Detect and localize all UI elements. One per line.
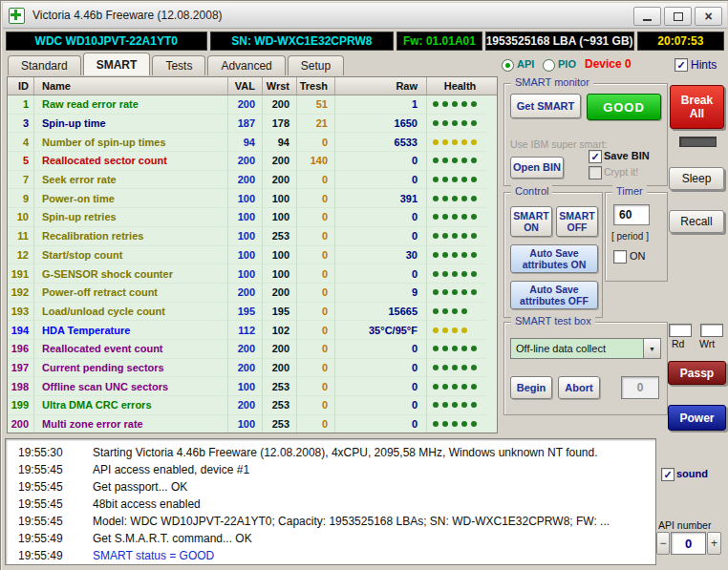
- health-dot-icon: [452, 346, 458, 351]
- smart-on-button[interactable]: SMART ON: [510, 206, 552, 237]
- cell-health: [427, 359, 487, 378]
- sound-checkbox[interactable]: ✓: [661, 468, 674, 481]
- open-bin-button[interactable]: Open BIN: [510, 157, 564, 179]
- table-row[interactable]: 191G-SENSOR shock counter10010000: [8, 264, 497, 284]
- smart-test-box-title: SMART test box: [511, 315, 595, 327]
- autosave-attributes-off-button[interactable]: Auto Save attributes OFF: [510, 281, 598, 309]
- health-dot-icon: [433, 158, 439, 163]
- table-row[interactable]: 192Power-off retract count20020009: [8, 284, 497, 303]
- cell-name: Seek error rate: [34, 171, 228, 190]
- cell-name: Reallocated event count: [34, 340, 228, 359]
- table-row[interactable]: 196Reallocated event count20020000: [8, 340, 497, 359]
- tab-smart[interactable]: SMART: [83, 53, 151, 75]
- timer-group: Timer 60 [ period ] ON: [605, 192, 668, 282]
- close-button[interactable]: ×: [695, 7, 722, 26]
- cell-wrst: 200: [263, 152, 297, 171]
- cell-id: 199: [8, 396, 34, 415]
- cell-name: Offline scan UNC sectors: [34, 377, 228, 396]
- table-row[interactable]: 197Current pending sectors20020000: [8, 359, 497, 378]
- chevron-down-icon: ▼: [649, 346, 655, 352]
- cell-health: [427, 115, 487, 134]
- table-row[interactable]: 4Number of spin-up times949406533: [8, 133, 497, 152]
- table-row[interactable]: 1Raw read error rate200200511: [8, 95, 497, 115]
- api-number-decrement-button[interactable]: −: [656, 532, 670, 555]
- tab-advanced[interactable]: Advanced: [207, 55, 285, 75]
- break-all-button[interactable]: Break All: [670, 85, 724, 129]
- log-time: 19:55:49: [6, 549, 77, 562]
- table-row[interactable]: 194HDA Temperature112102035°C/95°F: [8, 321, 497, 340]
- health-dot-icon: [452, 252, 458, 258]
- crypt-checkbox[interactable]: [589, 166, 602, 179]
- cell-health: [427, 340, 487, 359]
- table-row[interactable]: 9Power-on time1001000391: [8, 189, 497, 208]
- write-indicator: [700, 324, 723, 337]
- cell-health: [427, 321, 487, 340]
- table-row[interactable]: 12Start/stop count100100030: [8, 246, 497, 265]
- table-row[interactable]: 200Multi zone error rate10025300: [8, 415, 497, 433]
- cell-name: Start/stop count: [34, 246, 228, 265]
- maximize-button[interactable]: [664, 7, 692, 26]
- table-row[interactable]: 3Spin-up time187178211650: [8, 115, 497, 134]
- tab-setup[interactable]: Setup: [288, 55, 344, 75]
- health-dot-icon: [433, 308, 439, 314]
- cell-wrst: 100: [263, 208, 297, 227]
- health-dot-icon: [433, 139, 439, 145]
- health-dot-icon: [433, 384, 439, 390]
- table-row[interactable]: 198Offline scan UNC sectors10025300: [8, 377, 497, 396]
- pio-radio[interactable]: [543, 59, 555, 72]
- health-dot-icon: [433, 233, 439, 239]
- control-title: Control: [511, 185, 552, 197]
- health-dot-icon: [442, 177, 448, 182]
- table-row[interactable]: 199Ultra DMA CRC errors20025300: [8, 396, 497, 415]
- test-progress-field: 0: [621, 376, 659, 399]
- smart-off-button[interactable]: SMART OFF: [556, 206, 598, 237]
- table-row[interactable]: 5Reallocated sector count2002001400: [8, 152, 497, 171]
- health-dot-icon: [452, 177, 458, 182]
- save-bin-checkbox[interactable]: ✓: [589, 150, 602, 163]
- api-radio[interactable]: [502, 59, 514, 72]
- health-dot-icon: [452, 214, 458, 220]
- health-dot-icon: [471, 365, 477, 370]
- get-smart-button[interactable]: Get SMART: [510, 94, 581, 118]
- health-dot-icon: [461, 101, 467, 107]
- smart-test-select[interactable]: Off-line data collect ▼: [510, 338, 661, 359]
- api-number-value: 0: [671, 532, 706, 555]
- tab-tests[interactable]: Tests: [152, 55, 205, 75]
- sleep-button[interactable]: Sleep: [669, 167, 724, 190]
- health-dot-icon: [471, 252, 477, 258]
- table-row[interactable]: 10Spin-up retries10010000: [8, 208, 497, 227]
- drive-firmware: Fw: 01.01A01: [396, 32, 482, 51]
- health-dot-icon: [433, 177, 439, 182]
- table-row[interactable]: 193Load/unload cycle count195195015665: [8, 303, 497, 322]
- abort-button[interactable]: Abort: [558, 376, 600, 399]
- cell-val: 200: [228, 171, 263, 190]
- cell-tresh: 0: [297, 227, 335, 246]
- table-row[interactable]: 11Recalibration retries10025300: [8, 227, 497, 246]
- api-number-increment-button[interactable]: +: [707, 532, 721, 555]
- hints-checkbox[interactable]: ✓: [674, 58, 688, 72]
- minimize-button[interactable]: [633, 7, 661, 26]
- cell-id: 11: [8, 227, 34, 246]
- column-header-tresh: Tresh: [297, 77, 335, 95]
- power-button[interactable]: Power: [668, 405, 726, 431]
- timer-on-checkbox[interactable]: [613, 250, 627, 264]
- device-label: Device 0: [585, 57, 632, 71]
- cell-val: 100: [228, 246, 263, 265]
- dropdown-button[interactable]: ▼: [643, 339, 660, 358]
- health-dot-icon: [452, 139, 458, 145]
- passport-button[interactable]: Passp: [668, 361, 726, 385]
- health-dot-icon: [471, 289, 477, 295]
- table-row[interactable]: 7Seek error rate20020000: [8, 171, 497, 190]
- autosave-attributes-on-button[interactable]: Auto Save attributes ON: [510, 244, 598, 273]
- begin-button[interactable]: Begin: [510, 376, 552, 399]
- timer-period-input[interactable]: 60: [613, 204, 650, 225]
- recall-button[interactable]: Recall: [669, 210, 724, 233]
- cell-name: Multi zone error rate: [34, 415, 228, 433]
- tab-standard[interactable]: Standard: [8, 55, 81, 75]
- health-dot-icon: [461, 252, 467, 258]
- log-panel[interactable]: 19:55:30Starting Victoria 4.46b Freeware…: [5, 438, 656, 565]
- cell-raw: 1: [335, 95, 427, 115]
- log-line: 19:55:49SMART status = GOOD: [6, 547, 655, 564]
- cell-tresh: 0: [297, 340, 335, 359]
- cell-id: 200: [8, 415, 34, 433]
